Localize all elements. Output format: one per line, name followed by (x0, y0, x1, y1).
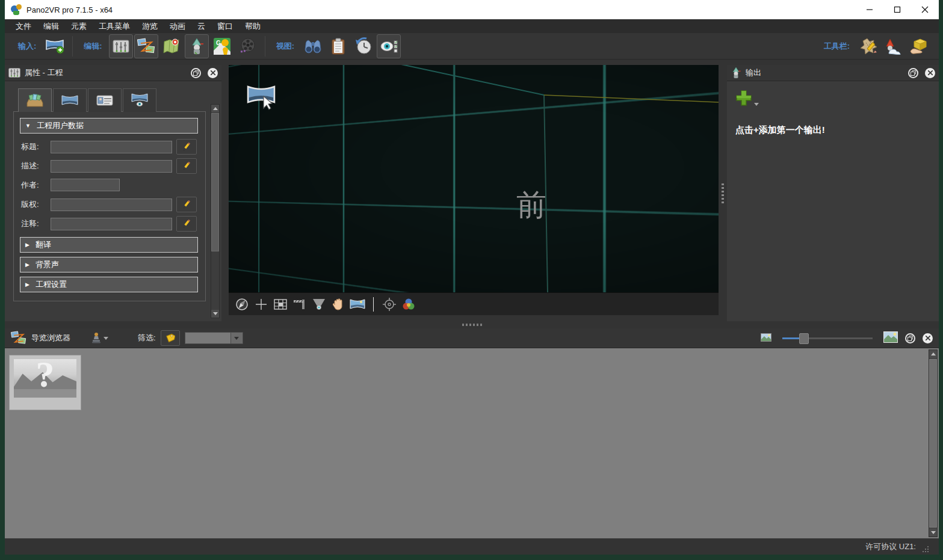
edit-copyright-button[interactable] (176, 197, 197, 212)
cloud-upload-gnome-icon[interactable] (882, 34, 906, 58)
task-list-icon[interactable] (326, 34, 350, 58)
properties-panel-icon[interactable] (109, 34, 133, 58)
section-user-data-label: 工程用户数据 (37, 120, 84, 131)
tools-group-label: 工具栏: (824, 41, 850, 52)
edit-description-button[interactable] (176, 158, 197, 174)
tag-filter-button[interactable] (161, 330, 180, 346)
map-icon[interactable] (159, 34, 184, 58)
video-output-icon[interactable] (235, 34, 259, 58)
menu-cloud[interactable]: 云 (191, 20, 211, 33)
patch-editor-icon[interactable] (856, 34, 880, 58)
menu-elements[interactable]: 元素 (65, 20, 93, 33)
statusbar: 许可协议 UZ1: (5, 538, 939, 555)
target-center-icon[interactable] (380, 296, 399, 313)
find-binoculars-icon[interactable] (301, 34, 325, 58)
properties-scrollbar[interactable] (211, 104, 220, 318)
scroll-up-button[interactable] (929, 350, 937, 358)
menu-tour[interactable]: 游览 (136, 20, 164, 33)
title-label: 标题: (21, 141, 46, 152)
tab-panorama[interactable] (53, 88, 87, 112)
author-input[interactable] (51, 179, 120, 191)
author-label: 作者: (21, 180, 46, 191)
filter-combobox-value (185, 333, 230, 343)
viewer-state-icon[interactable] (377, 34, 401, 58)
menu-edit[interactable]: 编辑 (37, 20, 65, 33)
maximize-button[interactable] (883, 0, 911, 19)
view-group-label: 视图: (276, 41, 294, 52)
float-panel-button[interactable] (191, 68, 201, 78)
scroll-thumb[interactable] (929, 359, 937, 528)
filter-combobox-arrow[interactable] (230, 333, 243, 343)
comment-input[interactable] (51, 218, 172, 230)
tab-viewer[interactable] (123, 88, 156, 112)
publish-box-icon[interactable] (907, 34, 931, 58)
menu-window[interactable]: 窗口 (211, 20, 239, 33)
section-project-settings[interactable]: ▶ 工程设置 (20, 277, 198, 292)
browser-scrollbar[interactable] (929, 349, 938, 537)
comment-label: 注释: (21, 218, 46, 229)
main-area: 属性 - 工程 (5, 60, 939, 321)
stamp-filter-button[interactable] (91, 332, 109, 344)
desktop: { "window": { "title": "Pano2VR pro 7.1.… (0, 0, 943, 560)
section-user-data[interactable]: ▼ 工程用户数据 (20, 118, 198, 134)
scroll-thumb[interactable] (211, 113, 219, 251)
tab-project-user-data[interactable] (18, 88, 52, 112)
close-panel-button[interactable] (925, 68, 935, 78)
add-node-icon[interactable] (252, 296, 271, 313)
float-panel-button[interactable] (905, 333, 915, 343)
section-background-sound[interactable]: ▶ 背景声 (20, 257, 198, 272)
street-view-icon[interactable]: G (210, 34, 234, 58)
add-output-button[interactable] (735, 90, 762, 106)
splitter-handle[interactable] (462, 324, 482, 326)
main-toolbar: 输入: 编辑: (5, 33, 939, 60)
close-button[interactable] (911, 0, 939, 19)
edit-comment-button[interactable] (176, 216, 197, 232)
tab-metadata-card[interactable] (88, 88, 122, 112)
properties-header-icon (8, 68, 20, 78)
close-panel-button[interactable] (923, 333, 933, 343)
menu-animation[interactable]: 动画 (164, 20, 191, 33)
menu-tools[interactable]: 工具菜单 (93, 20, 136, 33)
panorama-viewport[interactable]: 前 (229, 65, 719, 292)
panorama-thumbnail[interactable]: ? (10, 355, 81, 410)
horizontal-splitter[interactable] (5, 321, 939, 328)
section-translation[interactable]: ▶ 翻译 (20, 237, 198, 253)
properties-panel-body: ▼ 工程用户数据 标题: 描述: 作者: (5, 81, 221, 321)
grid-icon[interactable] (271, 296, 290, 313)
scroll-down-button[interactable] (211, 310, 219, 318)
thumbnail-zoom-slider[interactable] (782, 333, 873, 343)
missing-image-question-mark: ? (10, 353, 81, 395)
menu-help[interactable]: 帮助 (239, 20, 267, 33)
menu-file[interactable]: 文件 (10, 20, 37, 33)
slider-handle[interactable] (799, 333, 809, 344)
filter-combobox[interactable] (185, 332, 243, 344)
scroll-up-button[interactable] (211, 105, 219, 112)
add-panorama-icon[interactable] (43, 34, 67, 58)
title-input[interactable] (51, 141, 172, 153)
copyright-input[interactable] (51, 198, 172, 211)
close-panel-button[interactable] (208, 68, 218, 78)
description-input[interactable] (51, 160, 172, 173)
add-output-dropdown-caret[interactable] (754, 102, 759, 106)
titlebar: Pano2VR pro 7.1.5 - x64 (5, 0, 939, 19)
resize-grip[interactable] (922, 546, 929, 553)
output-gnome-icon[interactable] (185, 34, 209, 58)
limit-barrier-icon[interactable] (290, 296, 309, 313)
compass-icon[interactable] (232, 296, 252, 313)
fov-icon[interactable] (309, 296, 329, 313)
splitter-handle[interactable] (722, 183, 724, 203)
panorama-view-icon[interactable] (348, 296, 367, 313)
edit-title-button[interactable] (176, 139, 197, 155)
section-collapsed-icon: ▶ (25, 242, 29, 248)
front-face-label: 前 (516, 185, 546, 226)
minimize-button[interactable] (856, 0, 883, 19)
field-copyright: 版权: (21, 197, 197, 212)
time-icon[interactable] (351, 34, 376, 58)
pan-hand-icon[interactable] (329, 296, 348, 313)
float-panel-button[interactable] (908, 68, 918, 78)
scroll-down-button[interactable] (929, 529, 937, 537)
vertical-splitter[interactable] (719, 65, 727, 321)
color-adjust-icon[interactable] (399, 296, 418, 313)
tour-browser-icon[interactable] (134, 34, 158, 58)
filter-label: 筛选: (138, 333, 156, 343)
